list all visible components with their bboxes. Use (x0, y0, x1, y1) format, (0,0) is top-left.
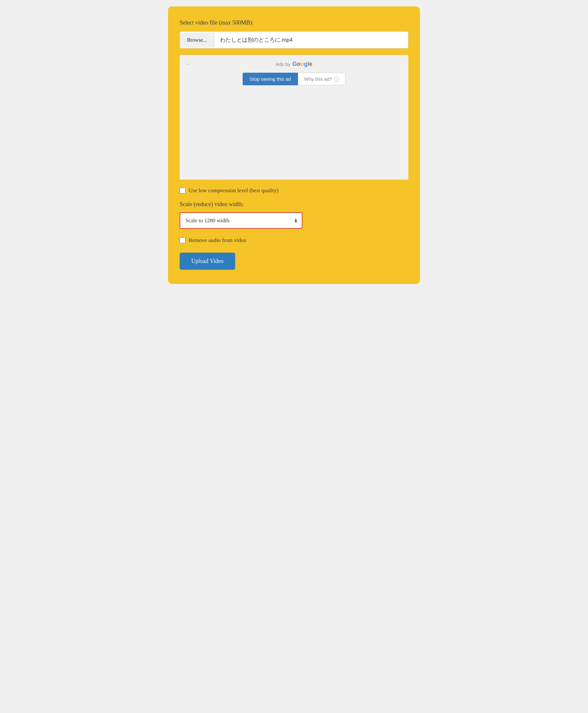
stop-seeing-button[interactable]: Stop seeing this ad (243, 73, 298, 85)
ads-by-google: Ads by Google (276, 61, 312, 67)
file-name-display: わたしとは別のところに.mp4 (214, 32, 408, 48)
why-this-ad-label: Why this ad? (304, 76, 332, 82)
remove-audio-label[interactable]: Remove audio from video (189, 237, 246, 244)
google-logo: Google (292, 61, 312, 67)
ads-by-label: Ads by (276, 61, 291, 67)
scale-select[interactable]: No scaling Scale to 480 width Scale to 6… (180, 212, 302, 229)
info-icon: i (334, 77, 339, 82)
ad-container: ← Ads by Google Stop seeing this ad Why … (180, 55, 408, 180)
scale-label: Scale (reduce) video width: (180, 201, 408, 208)
remove-audio-checkbox[interactable] (180, 237, 186, 243)
ad-content-area (186, 89, 402, 173)
file-section-label: Select video file (max 500MB): (180, 19, 408, 26)
ad-header: ← Ads by Google (186, 61, 402, 67)
ad-back-arrow[interactable]: ← (186, 61, 192, 67)
browse-button[interactable]: Browse... (180, 33, 214, 47)
low-compression-label[interactable]: Use low compression level (best quality) (189, 187, 278, 194)
main-card: Select video file (max 500MB): Browse...… (168, 6, 420, 284)
remove-audio-row: Remove audio from video (180, 237, 408, 244)
upload-button[interactable]: Upload Video (180, 253, 235, 270)
file-input-row: Browse... わたしとは別のところに.mp4 (180, 32, 408, 48)
why-this-ad-button[interactable]: Why this ad? i (298, 73, 345, 85)
low-compression-checkbox[interactable] (180, 188, 186, 193)
ad-buttons-row: Stop seeing this ad Why this ad? i (186, 73, 402, 85)
low-compression-row: Use low compression level (best quality) (180, 187, 408, 194)
scale-select-wrapper: No scaling Scale to 480 width Scale to 6… (180, 212, 302, 229)
